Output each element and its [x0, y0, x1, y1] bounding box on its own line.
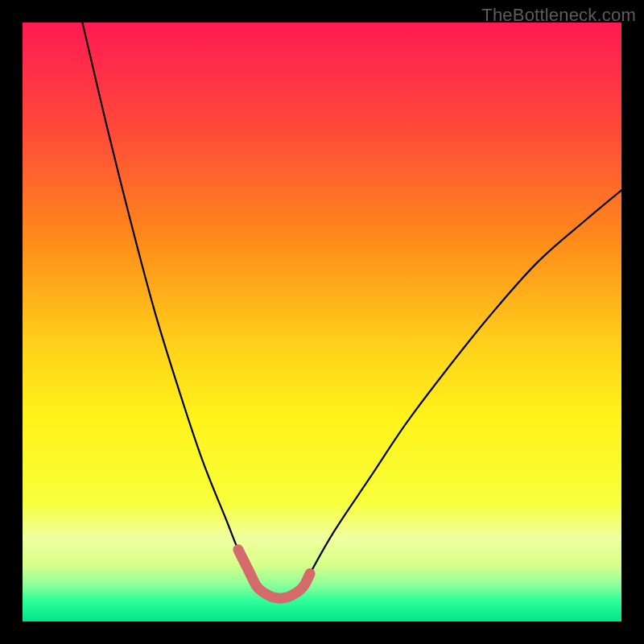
- plot-svg: [23, 23, 621, 621]
- plot-area: [23, 23, 621, 621]
- watermark-text: TheBottleneck.com: [481, 5, 636, 26]
- gradient-background: [23, 23, 621, 621]
- chart-frame: TheBottleneck.com: [0, 0, 644, 644]
